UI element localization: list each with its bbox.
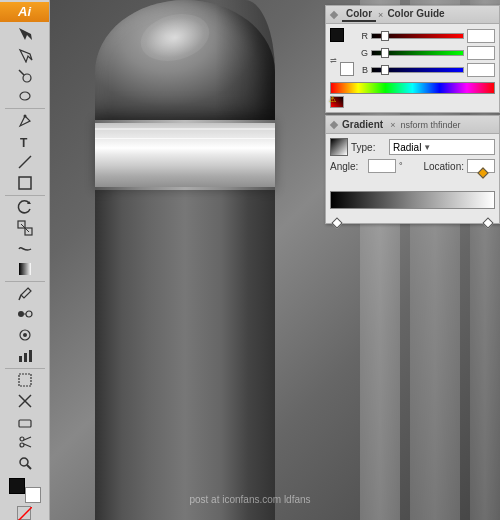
swatch-arrows: ⇌ — [330, 56, 337, 65]
panel-swatch-area[interactable]: ⇌ — [330, 28, 354, 80]
blend-tool[interactable] — [3, 305, 47, 325]
eraser-tool[interactable] — [3, 412, 47, 432]
graph-tool[interactable] — [3, 346, 47, 366]
cylinder-body — [95, 190, 275, 520]
color-swatches[interactable] — [9, 478, 41, 503]
color-panel-header[interactable]: Color × Color Guide — [326, 6, 499, 24]
gradient-tool[interactable] — [3, 259, 47, 279]
cylinder-band — [95, 120, 275, 190]
g-value-input[interactable] — [467, 46, 495, 60]
color-guide-tab[interactable]: Color Guide — [383, 7, 448, 22]
svg-point-13 — [18, 311, 24, 317]
warning-swatch: ⚠ — [330, 96, 344, 108]
b-thumb[interactable] — [381, 65, 389, 75]
gradient-type-row: Type: Radial ▼ — [330, 138, 495, 156]
pen-tool[interactable] — [3, 111, 47, 131]
gradient-tab[interactable]: Gradient — [342, 119, 383, 130]
scale-tool[interactable] — [3, 218, 47, 238]
gradient-panel-diamond — [330, 120, 338, 128]
svg-rect-19 — [24, 353, 27, 362]
gradient-angle-row: Angle: ° Location: — [330, 159, 495, 173]
angle-label: Angle: — [330, 161, 365, 172]
green-channel-row: G — [358, 45, 495, 61]
toolbar: Ai T — [0, 0, 50, 520]
g-slider[interactable] — [371, 50, 464, 56]
slice-tool[interactable] — [3, 391, 47, 411]
panel-bg-swatch[interactable] — [340, 62, 354, 76]
type-label: Type: — [351, 142, 386, 153]
gradient-panel-content: Type: Radial ▼ Angle: ° Location: — [326, 134, 499, 223]
svg-point-25 — [20, 437, 24, 441]
svg-line-1 — [19, 70, 24, 75]
r-value-input[interactable] — [467, 29, 495, 43]
angle-input[interactable] — [368, 159, 396, 173]
watermark-text: post at iconfans.com ldfans — [189, 494, 310, 505]
symbol-tool[interactable] — [3, 325, 47, 345]
eyedropper-tool[interactable] — [3, 284, 47, 304]
canvas-area: Ai T — [0, 0, 500, 520]
cylinder-illustration — [55, 0, 315, 520]
gradient-bar[interactable] — [330, 191, 495, 209]
rectangle-tool[interactable] — [3, 173, 47, 193]
svg-line-30 — [27, 465, 31, 469]
type-tool[interactable]: T — [3, 132, 47, 152]
type-value: Radial — [393, 142, 421, 153]
svg-rect-11 — [19, 263, 31, 275]
svg-point-14 — [26, 311, 32, 317]
separator-2 — [5, 195, 45, 196]
cylinder-top — [95, 0, 275, 120]
warp-tool[interactable] — [3, 239, 47, 259]
magic-wand-tool[interactable] — [3, 66, 47, 86]
svg-point-29 — [20, 458, 28, 466]
r-slider[interactable] — [371, 33, 464, 39]
cylinder-highlight — [135, 7, 214, 69]
gradient-swatch[interactable] — [330, 138, 348, 156]
rotate-tool[interactable] — [3, 198, 47, 218]
direct-select-tool[interactable] — [3, 45, 47, 65]
zoom-tool[interactable] — [3, 453, 47, 473]
gradient-tab-close[interactable]: × — [390, 120, 395, 130]
degree-symbol: ° — [399, 161, 403, 171]
bg-swatch[interactable] — [25, 487, 41, 503]
svg-line-12 — [19, 295, 21, 300]
r-thumb[interactable] — [381, 31, 389, 41]
svg-rect-24 — [19, 420, 31, 427]
watermark: post at iconfans.com ldfans — [189, 494, 310, 505]
selection-tool[interactable] — [3, 25, 47, 45]
lasso-tool[interactable] — [3, 87, 47, 107]
color-spectrum[interactable] — [330, 82, 495, 94]
separator-1 — [5, 108, 45, 109]
location-label: Location: — [423, 161, 464, 172]
svg-rect-6 — [19, 177, 31, 189]
line-tool[interactable] — [3, 152, 47, 172]
color-tab[interactable]: Color — [342, 7, 376, 22]
separator-3 — [5, 281, 45, 282]
ai-logo-header: Ai — [0, 2, 49, 22]
b-value-input[interactable] — [467, 63, 495, 77]
panel-fg-swatch[interactable] — [330, 28, 344, 42]
color-channels: R G — [358, 28, 495, 79]
svg-line-27 — [24, 437, 31, 440]
svg-line-31 — [18, 507, 32, 520]
b-label: B — [358, 65, 368, 75]
color-extras: ⚠ — [330, 96, 495, 108]
r-label: R — [358, 31, 368, 41]
type-select[interactable]: Radial ▼ — [389, 139, 495, 155]
artboard-tool[interactable] — [3, 370, 47, 390]
ai-logo: Ai — [18, 4, 31, 19]
g-thumb[interactable] — [381, 48, 389, 58]
gradient-stops-top — [330, 177, 495, 189]
svg-point-3 — [23, 114, 26, 117]
no-color[interactable] — [17, 506, 33, 520]
fg-swatch[interactable] — [9, 478, 25, 494]
b-slider[interactable] — [371, 67, 464, 73]
scissors-tool[interactable] — [3, 432, 47, 452]
other-panel-tabs[interactable]: nsform thfinder — [400, 120, 460, 130]
gradient-bar-container[interactable] — [330, 177, 495, 219]
gradient-panel-header[interactable]: Gradient × nsform thfinder — [326, 116, 499, 134]
svg-point-26 — [20, 443, 24, 447]
red-channel-row: R — [358, 28, 495, 44]
separator-4 — [5, 368, 45, 369]
select-arrow-icon: ▼ — [423, 143, 431, 152]
panel-diamond — [330, 10, 338, 18]
